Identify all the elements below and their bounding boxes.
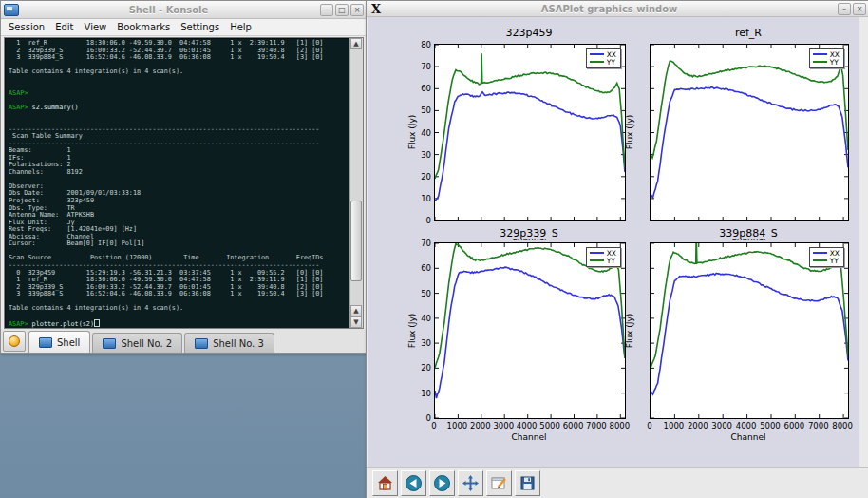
konsole-titlebar[interactable]: Shell - Konsole – □ × [1, 1, 367, 19]
menu-edit[interactable]: Edit [55, 22, 73, 32]
pan-button[interactable] [458, 470, 483, 496]
legend-line-sample [590, 252, 604, 254]
scroll-up-icon[interactable]: ▲ [350, 38, 362, 49]
y-tick-label: 30 [406, 338, 431, 348]
maximize-button[interactable]: □ [335, 4, 349, 16]
y-tick-label: 20 [406, 172, 431, 182]
x-tick-label: 8000 [604, 421, 634, 431]
legend-line-sample [590, 259, 604, 261]
series-xx [435, 267, 625, 398]
series-yy [435, 53, 625, 179]
tab-shell-3[interactable]: Shell No. 3 [184, 333, 274, 353]
tab-label: Shell [57, 337, 80, 348]
pan-icon [462, 474, 480, 492]
scrollbar-thumb[interactable] [350, 201, 362, 281]
legend: XXYY [809, 247, 844, 267]
tab-bar: Shell Shell No. 2 Shell No. 3 [1, 329, 367, 353]
legend: XXYY [809, 48, 844, 68]
tab-shell[interactable]: Shell [28, 331, 90, 353]
legend: XXYY [586, 247, 621, 267]
y-tick-label: 60 [406, 84, 431, 93]
asaplot-titlebar[interactable]: X ASAPlot graphics window – × [367, 1, 868, 17]
y-tick-label: 70 [406, 62, 431, 71]
terminal-line [9, 83, 348, 90]
menu-settings[interactable]: Settings [180, 22, 219, 32]
y-axis-label: Flux (Jy) [625, 314, 634, 349]
legend-label: YY [830, 257, 839, 265]
canvas-right-margin [859, 17, 868, 467]
y-tick-label: 20 [406, 363, 431, 373]
close-button[interactable]: × [853, 3, 866, 15]
terminal-line [9, 313, 348, 320]
terminal-output: 1 ref_R 18:30:06.0 -49.59.30.0 04:47:58 … [9, 40, 348, 328]
legend-line-sample [813, 61, 827, 63]
legend-line-sample [813, 259, 827, 261]
legend-line-sample [813, 53, 827, 55]
x-axis-label: Channel [650, 432, 847, 442]
y-tick-label: 60 [406, 263, 431, 273]
new-session-icon [9, 335, 20, 347]
close-button[interactable]: × [350, 4, 364, 16]
terminal-line: Cursor: Beam[0] IF[0] Pol[1] [9, 240, 348, 248]
x11-app-icon: X [369, 3, 383, 15]
figure-canvas[interactable]: 323p459 ref_R 329p339_S 339p884_S XXYY X… [368, 17, 868, 467]
home-button[interactable] [372, 470, 398, 496]
legend-label: YY [607, 58, 615, 67]
terminal[interactable]: 1 ref_R 18:30:06.0 -49.59.30.0 04:47:58 … [4, 37, 364, 329]
legend: XXYY [586, 48, 621, 68]
scroll-down-icon[interactable]: ▼ [350, 316, 362, 328]
home-icon [376, 474, 394, 492]
series-xx [435, 92, 625, 201]
asaplot-title: ASAPlot graphics window [383, 4, 836, 14]
y-tick-label: 30 [406, 150, 431, 160]
tab-label: Shell No. 2 [121, 338, 172, 349]
terminal-icon [39, 337, 52, 348]
terminal-line: ASAP> s2.summary() [9, 105, 348, 112]
scrollbar[interactable]: ▲ ▲ ▼ [349, 38, 363, 328]
plot-toolbar [367, 467, 868, 498]
series-xx [651, 87, 848, 198]
back-button[interactable] [401, 470, 426, 496]
plot-title: 339p884_S [650, 227, 847, 239]
y-tick-label: 50 [406, 289, 431, 298]
y-tick-label: 50 [406, 105, 431, 115]
konsole-app-icon [4, 4, 19, 16]
y-tick-label: 80 [406, 40, 431, 49]
konsole-window: Shell - Konsole – □ × Session Edit View … [0, 0, 368, 354]
menu-help[interactable]: Help [230, 22, 252, 32]
plot-title: ref_R [650, 27, 847, 39]
terminal-line [9, 76, 348, 84]
scroll-up-icon[interactable]: ▲ [350, 305, 362, 316]
terminal-line: 3 339p884_S 16:52:04.6 -46.08.33.9 06:36… [9, 291, 348, 298]
menu-view[interactable]: View [85, 22, 107, 32]
edit-parameters-button[interactable] [486, 470, 512, 496]
y-tick-label: 40 [406, 314, 431, 323]
terminal-line: ASAP> [9, 90, 348, 98]
series-xx [651, 273, 848, 394]
plot-title: 323p459 [434, 27, 624, 39]
menu-session[interactable]: Session [9, 22, 45, 32]
menu-bookmarks[interactable]: Bookmarks [117, 22, 170, 32]
asaplot-window: X ASAPlot graphics window – × 323p459 re… [366, 0, 868, 498]
terminal-icon [195, 338, 208, 349]
minimize-button[interactable]: – [838, 3, 851, 15]
axes-ref-r: XXYY [650, 44, 849, 221]
minimize-button[interactable]: – [320, 4, 333, 16]
save-button[interactable] [515, 470, 540, 496]
tab-shell-2[interactable]: Shell No. 2 [92, 333, 182, 353]
y-axis-label: Flux (Jy) [625, 115, 634, 150]
legend-line-sample [813, 252, 827, 254]
x-axis-label-clipped: Channel [650, 239, 847, 243]
legend-label: YY [830, 58, 839, 67]
legend-line-sample [590, 53, 604, 55]
axes-323p459: XXYY [434, 44, 626, 221]
legend-label: YY [607, 257, 615, 265]
tab-label: Shell No. 3 [213, 338, 264, 349]
terminal-line: 3 339p884_S 16:52:04.6 -46.08.33.9 06:36… [9, 54, 348, 62]
terminal-line [9, 111, 348, 119]
forward-button[interactable] [429, 470, 455, 496]
edit-icon [490, 474, 508, 492]
legend-line-sample [590, 61, 604, 63]
y-tick-label: 10 [406, 389, 431, 398]
new-session-button[interactable] [3, 331, 26, 352]
